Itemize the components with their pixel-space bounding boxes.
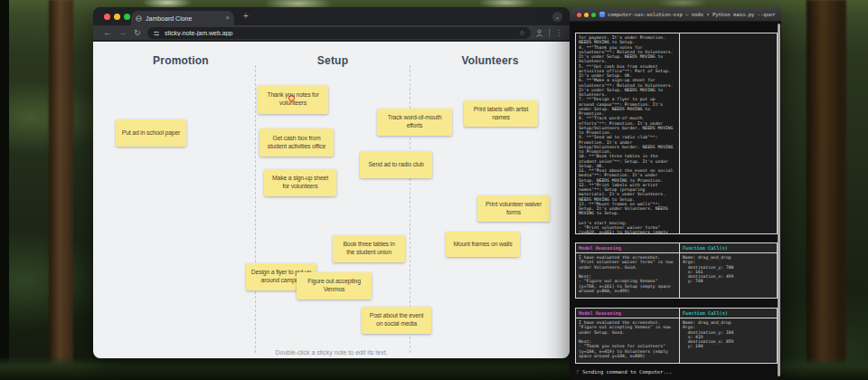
sticky-note-text: Send ad to radio club bbox=[368, 161, 423, 169]
function-calls-header: Function Call(s) bbox=[680, 309, 777, 318]
close-window-button[interactable] bbox=[104, 14, 110, 20]
jamboard-page: Promotion Setup Volunteers Put ad in sch… bbox=[93, 42, 570, 358]
sticky-note-text: Mount frames on walls bbox=[454, 241, 513, 249]
zoom-window-button[interactable] bbox=[591, 13, 596, 17]
sticky-note[interactable]: Track word-of-mouth efforts bbox=[377, 109, 452, 136]
sticky-note[interactable]: Make a sign-up sheet for volunteers bbox=[264, 169, 336, 196]
function-call-text: Name: drag_and_drop Args: destination_y:… bbox=[680, 253, 777, 286]
browser-menu-icon[interactable]: ⋮ bbox=[555, 29, 562, 37]
sticky-note-text: Print labels with artist names bbox=[474, 106, 529, 122]
board-footer-hint: Double-click a sticky note to edit its t… bbox=[93, 349, 570, 356]
desktop: Jamboard Clone × + ⌄ ← → ↻ sticky-note-j… bbox=[0, 0, 868, 380]
terminal-analysis-box: for payment. It's under Promotion. NEEDS… bbox=[575, 33, 778, 234]
sticky-note-text: Print volunteer waiver forms bbox=[486, 201, 542, 217]
browser-tab[interactable]: Jamboard Clone × bbox=[131, 11, 234, 25]
sticky-note[interactable]: Figure out accepting Venmos bbox=[297, 272, 372, 299]
terminal-title-bar[interactable]: computer-use-solution-exp — node • Pytho… bbox=[570, 7, 781, 22]
close-window-button[interactable] bbox=[577, 13, 581, 17]
sticky-note[interactable]: Post about the event on social media bbox=[362, 307, 431, 334]
sticky-note-text: Get cash box from student activities off… bbox=[268, 135, 326, 151]
browser-toolbar: ← → ↻ sticky-note-jam.web.app ☆ bbox=[93, 25, 570, 41]
site-favicon-icon bbox=[136, 15, 142, 22]
model-reasoning-text: I have evaluated the screenshot. "Figure… bbox=[576, 318, 679, 360]
tab-overflow-chevron-icon[interactable]: ⌄ bbox=[552, 12, 562, 22]
analysis-text: for payment. It's under Promotion. NEEDS… bbox=[576, 33, 679, 233]
notes-layer: Put ad in school paperThank you notes fo… bbox=[93, 42, 570, 358]
model-reasoning-header: Model Reasoning bbox=[576, 243, 679, 252]
terminal-window: computer-use-solution-exp — node • Pytho… bbox=[570, 7, 781, 380]
agent-step-panel: Model Reasoning Function Call(s) I have … bbox=[575, 308, 778, 364]
new-tab-button[interactable]: + bbox=[243, 12, 249, 21]
sticky-note[interactable]: Print labels with artist names bbox=[464, 100, 538, 127]
sticky-note-text: Figure out accepting Venmos bbox=[307, 278, 361, 294]
analysis-empty-cell bbox=[680, 33, 777, 233]
site-info-icon[interactable] bbox=[153, 30, 160, 37]
reload-button[interactable]: ↻ bbox=[134, 25, 141, 41]
sticky-note-text: Track word-of-mouth efforts bbox=[388, 114, 442, 130]
function-calls-header: Function Call(s) bbox=[680, 243, 777, 252]
browser-tab-strip[interactable]: Jamboard Clone × + ⌄ bbox=[93, 7, 570, 25]
agent-step-panel: Model Reasoning Function Call(s) I have … bbox=[575, 242, 778, 299]
model-reasoning-header: Model Reasoning bbox=[576, 309, 679, 318]
sticky-note[interactable]: Put ad in school paper bbox=[116, 119, 186, 147]
address-bar[interactable]: sticky-note-jam.web.app ☆ bbox=[147, 27, 531, 39]
bookmark-star-icon[interactable]: ☆ bbox=[519, 30, 525, 37]
terminal-output-area[interactable]: for payment. It's under Promotion. NEEDS… bbox=[570, 22, 781, 380]
url-text: sticky-note-jam.web.app bbox=[165, 30, 514, 36]
forward-button[interactable]: → bbox=[118, 25, 127, 41]
sticky-note[interactable]: Send ad to radio club bbox=[360, 151, 432, 178]
terminal-title: computer-use-solution-exp — node • Pytho… bbox=[608, 7, 776, 22]
drag-cursor-icon bbox=[288, 95, 295, 101]
spinner-icon: ⠏ bbox=[576, 369, 580, 375]
sticky-note-text: Book three tables in the student union bbox=[343, 241, 394, 257]
function-call-text: Name: drag_and_drop Args: destination_y:… bbox=[680, 318, 777, 351]
sticky-note-text: Post about the event on social media bbox=[370, 312, 423, 328]
background-tree-trunk bbox=[49, 0, 73, 380]
model-reasoning-text: I have evaluated the screenshot. "Print … bbox=[576, 253, 679, 295]
sticky-note[interactable]: Print volunteer waiver forms bbox=[477, 195, 550, 222]
sticky-note[interactable]: Mount frames on walls bbox=[446, 232, 520, 257]
terminal-app-icon bbox=[599, 12, 605, 17]
tab-title: Jamboard Clone bbox=[146, 15, 222, 22]
toolbar-divider bbox=[549, 29, 550, 37]
minimize-window-button[interactable] bbox=[584, 13, 589, 17]
tab-close-icon[interactable]: × bbox=[225, 14, 230, 22]
background-tree-trunk bbox=[807, 0, 846, 380]
terminal-status-line: ⠏Sending command to Computer... bbox=[576, 369, 672, 375]
zoom-window-button[interactable] bbox=[124, 14, 130, 20]
browser-window: Jamboard Clone × + ⌄ ← → ↻ sticky-note-j… bbox=[93, 7, 570, 358]
status-text: Sending command to Computer... bbox=[582, 369, 672, 375]
sticky-note-text: Put ad in school paper bbox=[122, 129, 180, 138]
sticky-note[interactable]: Book three tables in the student union bbox=[333, 235, 405, 262]
back-button[interactable]: ← bbox=[103, 25, 111, 41]
terminal-scrollbar[interactable] bbox=[778, 24, 780, 376]
sticky-note-text: Make a sign-up sheet for volunteers bbox=[272, 175, 328, 191]
profile-icon[interactable] bbox=[535, 29, 543, 37]
sticky-note[interactable]: Get cash box from student activities off… bbox=[259, 128, 334, 157]
minimize-window-button[interactable] bbox=[114, 14, 120, 20]
background-shadow bbox=[0, 0, 9, 380]
